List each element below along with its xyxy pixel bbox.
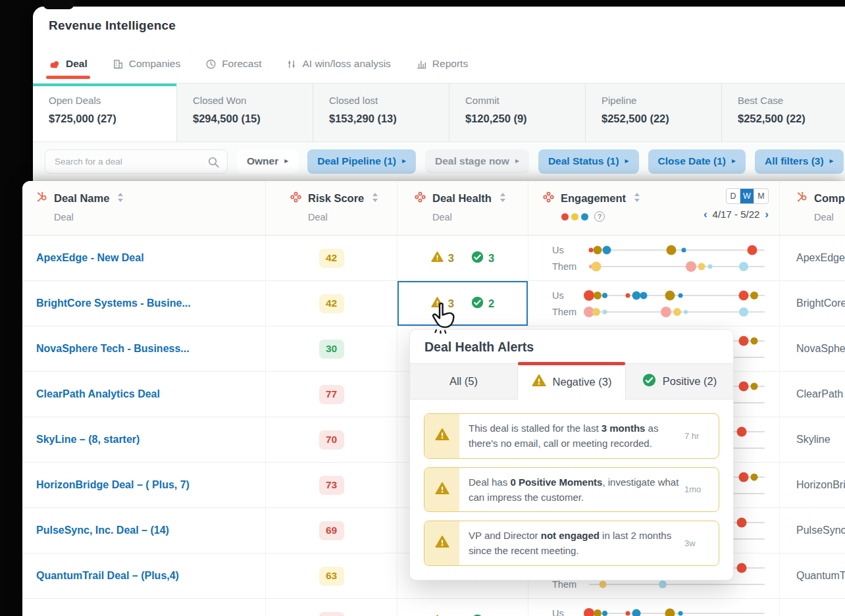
hubspot-sprocket-icon <box>796 192 807 205</box>
nav-tab-companies[interactable]: Companies <box>113 58 180 79</box>
chevron-right-icon[interactable]: › <box>765 209 769 220</box>
company-name[interactable]: ApexEdge <box>796 252 845 264</box>
alert-text-segment: not engaged <box>541 530 600 541</box>
engagement-dot <box>659 580 667 588</box>
company-name[interactable]: PulseSync <box>796 525 845 536</box>
column-subtitle: Deal <box>36 212 265 222</box>
engagement-dot <box>625 293 630 297</box>
nav-tab-deal[interactable]: Deal <box>49 58 88 79</box>
engagement-track <box>589 259 765 274</box>
revenue-intelligence-panel: Revenue Intelligence DealCompaniesForeca… <box>33 7 845 199</box>
column-subtitle: Deal <box>415 212 528 222</box>
table-header: Deal Name Deal Risk Score Deal Deal Heal… <box>22 181 845 236</box>
nav-tab-forecast[interactable]: Forecast <box>205 58 261 79</box>
nav-tab-ai-win-loss-analysis[interactable]: AI win/loss analysis <box>286 58 390 79</box>
filter-button-owner[interactable]: Owner▸ <box>237 149 298 174</box>
engagement-track <box>589 606 765 616</box>
summary-card-best-case[interactable]: Best Case$252,500 (22) <box>722 84 845 141</box>
deal-name-link[interactable]: NovaSphere Tech - Business... <box>36 343 190 355</box>
filter-button-close-date-1-[interactable]: Close Date (1)▸ <box>648 149 746 174</box>
warning-icon <box>435 428 449 444</box>
positive-check-icon <box>642 373 656 390</box>
nav-tab-label: Forecast <box>222 58 261 70</box>
column-header-deal-name[interactable]: Deal Name Deal <box>22 181 266 235</box>
card-value: $120,250 (9) <box>465 113 585 125</box>
positive-alerts: 2 <box>471 296 494 311</box>
engagement-track <box>589 288 765 303</box>
engagement-dot <box>594 292 602 299</box>
company-name[interactable]: HorizonBridge <box>796 479 845 491</box>
deal-name-link[interactable]: ClearPath Analytics Deal <box>36 388 160 400</box>
deal-name-cell: BrightCore Systems - Busine... <box>22 281 266 326</box>
engagement-lane-label: Them <box>552 261 589 272</box>
chevron-left-icon[interactable]: ‹ <box>704 209 707 220</box>
dropdown-arrow-icon: ▸ <box>830 156 834 165</box>
alert-card[interactable]: This deal is stalled for the last 3 mont… <box>424 413 719 459</box>
alert-age: 1mo <box>684 468 719 512</box>
help-icon[interactable]: ? <box>594 211 605 222</box>
dropdown-arrow-icon: ▸ <box>284 156 288 165</box>
company-name[interactable]: Skyline <box>796 434 831 446</box>
company-name[interactable]: QuantumTrail <box>796 570 845 582</box>
summary-card-commit[interactable]: Commit$120,250 (9) <box>449 84 586 141</box>
card-label: Best Case <box>738 95 845 106</box>
alert-text-segment: This deal is stalled for the last <box>469 423 602 434</box>
nav-tab-reports[interactable]: Reports <box>416 58 468 79</box>
sort-icon[interactable] <box>634 192 640 205</box>
popup-tab-negative-3-[interactable]: Negative (3) <box>518 364 626 399</box>
column-subtitle: Deal <box>796 212 845 222</box>
card-label: Closed Won <box>193 95 313 106</box>
deal-name-link[interactable]: SkyLine – (8, starter) <box>36 434 140 446</box>
deal-name-link[interactable]: ApexEdge - New Deal <box>36 252 144 264</box>
summary-card-closed-won[interactable]: Closed Won$294,500 (15) <box>177 84 313 141</box>
column-header-engagement[interactable]: Engagement ? DWM ‹ 4/17 - 5/22 › <box>528 181 780 235</box>
deal-name-cell: NovaSphere Tech - Business... <box>22 326 266 371</box>
deal-health-cell[interactable]: 33 <box>397 599 528 616</box>
deal-name-cell <box>22 599 266 616</box>
deal-name-cell: QuantumTrail Deal – (Plus,4) <box>22 553 266 598</box>
filter-button-deal-stage-now[interactable]: Deal stage now▸ <box>425 149 529 174</box>
legend-dot <box>571 213 578 220</box>
deal-health-cell[interactable]: 33 <box>397 236 528 280</box>
filter-button-label: Owner <box>247 155 278 167</box>
deal-name-link[interactable]: PulseSync, Inc. Deal – (14) <box>36 525 169 536</box>
company-cell <box>780 599 845 616</box>
column-header-risk-score[interactable]: Risk Score Deal <box>266 181 397 235</box>
flower-icon <box>415 192 426 205</box>
summary-card-open-deals[interactable]: Open Deals$725,000 (27) <box>33 84 177 141</box>
deal-health-alerts-popup: Deal Health Alerts All (5)Negative (3)Po… <box>409 329 734 580</box>
sort-icon[interactable] <box>117 192 124 205</box>
search-input[interactable] <box>45 150 227 173</box>
column-header-deal-health[interactable]: Deal Health Deal <box>397 181 528 235</box>
filter-button-all-filters-3-[interactable]: All filters (3)▸ <box>755 149 844 174</box>
card-value: $294,500 (15) <box>193 113 313 125</box>
engagement-dot <box>750 292 758 299</box>
filter-button-deal-status-1-[interactable]: Deal Status (1)▸ <box>538 149 639 174</box>
company-name[interactable]: ClearPath <box>796 388 843 400</box>
popup-tabs: All (5)Negative (3)Positive (2) <box>410 364 733 399</box>
company-name[interactable]: BrightCore <box>796 297 845 309</box>
deal-name-link[interactable]: BrightCore Systems - Busine... <box>36 297 191 309</box>
engagement-dot <box>661 307 671 317</box>
deal-name-link[interactable]: HorizonBridge Deal – ( Plus, 7) <box>36 479 190 491</box>
alert-card[interactable]: Deal has 0 Positive Moments, investigate… <box>424 467 719 513</box>
company-name[interactable]: NovaSphere <box>796 343 845 355</box>
deal-health-cell[interactable]: 32 <box>397 281 528 326</box>
popup-tab-positive-2-[interactable]: Positive (2) <box>626 364 733 399</box>
summary-card-closed-lost[interactable]: Closed lost$153,290 (13) <box>313 84 449 141</box>
period-toggle-m[interactable]: M <box>754 189 768 203</box>
column-header-company[interactable]: Comp Deal <box>780 181 845 235</box>
period-toggle-d[interactable]: D <box>727 189 740 203</box>
nav-tab-label: AI win/loss analysis <box>302 58 390 70</box>
summary-card-pipeline[interactable]: Pipeline$252,500 (22) <box>586 84 722 141</box>
positive-alerts: 3 <box>471 251 494 266</box>
popup-tab-all-5-[interactable]: All (5) <box>410 364 518 399</box>
alert-card[interactable]: VP and Director not engaged in last 2 mo… <box>424 521 719 566</box>
deal-search <box>45 149 228 174</box>
filter-button-deal-pipeline-1-[interactable]: Deal Pipeline (1)▸ <box>307 149 416 174</box>
period-toggle-w[interactable]: W <box>740 189 754 203</box>
deal-icon <box>49 59 61 70</box>
sort-icon[interactable] <box>499 192 506 205</box>
deal-name-link[interactable]: QuantumTrail Deal – (Plus,4) <box>36 570 179 582</box>
sort-icon[interactable] <box>372 192 378 205</box>
